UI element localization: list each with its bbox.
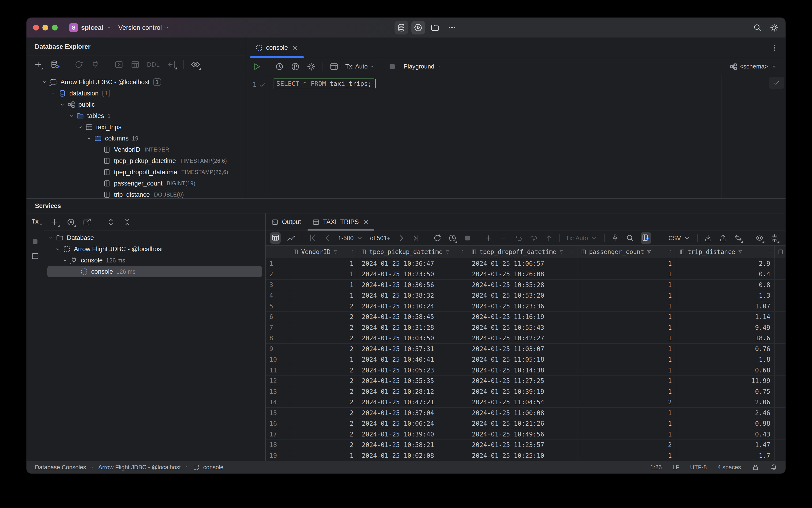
stop-process-icon[interactable] [31,237,39,246]
reload-data-icon[interactable] [433,234,442,243]
tree-item-vendorid[interactable]: VendorIDINTEGER [27,144,246,155]
grid-row[interactable]: 522024-01-25 10:10:242024-01-25 10:23:36… [266,301,785,312]
row-number-cell[interactable]: 6 [266,312,290,322]
grid-cell[interactable]: 2024-01-25 10:26:08 [468,269,578,280]
line-ending-indicator[interactable]: LF [673,464,679,471]
tree-item-tpep-pickup-datetime[interactable]: tpep_pickup_datetimeTIMESTAMP(26,6) [27,155,246,167]
first-page-icon[interactable] [308,234,317,243]
view-options-icon[interactable] [66,217,76,227]
tab-console[interactable]: console [250,38,304,58]
grid-cell[interactable]: 2 [290,429,358,439]
tab-options-kebab-icon[interactable] [770,43,779,52]
grid-cell[interactable]: 2 [578,397,676,408]
row-number-cell[interactable]: 18 [266,440,290,450]
grid-cell[interactable]: 2024-01-25 10:28:12 [358,386,468,397]
grid-cell[interactable]: 2024-01-25 10:38:32 [358,290,468,301]
grid-cell[interactable]: 1 [578,258,676,269]
row-number-cell[interactable]: 7 [266,322,290,333]
export-icon[interactable] [719,234,728,243]
grid-row[interactable]: 112024-01-25 10:36:472024-01-25 11:06:57… [266,258,785,269]
tx-mode-dropdown[interactable]: Tx: Auto [345,63,374,70]
filter-funnel-icon[interactable] [333,249,338,254]
grid-cell[interactable]: 2 [290,365,358,376]
grid-cell[interactable]: 2 [290,312,358,322]
grid-cell[interactable]: 2 [290,386,358,397]
column-header-rate[interactable]: Rate [775,246,785,258]
search-icon[interactable] [753,23,762,32]
grid-cell[interactable]: 1 [578,322,676,333]
chevron-down-icon[interactable] [62,257,68,263]
grid-cell[interactable]: 2 [290,333,358,344]
caret-position[interactable]: 1:26 [650,464,662,471]
version-control-widget[interactable]: Version control [119,17,169,38]
tree-item-console[interactable]: console126 ms [44,255,265,266]
grid-row[interactable]: 1422024-01-25 10:47:212024-01-25 11:04:5… [266,397,785,408]
grid-row[interactable]: 622024-01-25 10:58:452024-01-25 11:16:19… [266,312,785,323]
grid-cell[interactable]: 2024-01-25 10:10:24 [358,301,468,311]
grid-cell[interactable]: 1.07 [676,301,775,311]
sql-statement[interactable]: SELECT*FROMtaxi_trips; [274,78,374,89]
grid-cell[interactable] [775,290,785,301]
grid-cell[interactable] [775,322,785,333]
grid-cell[interactable]: 2024-01-25 10:39:40 [358,429,468,439]
grid-cell[interactable]: 2024-01-25 10:23:36 [468,301,578,311]
more-actions-button[interactable] [445,21,459,35]
ddl-button[interactable]: DDL [147,61,160,68]
project-widget[interactable]: S spiceai [69,17,111,38]
add-datasource-button[interactable] [34,60,43,69]
column-header-tpep_pickup_datetime[interactable]: tpep_pickup_datetime [358,246,468,258]
grid-cell[interactable]: 1 [290,450,358,461]
grid-cell[interactable]: 2.06 [676,397,775,408]
sort-icon[interactable] [668,249,673,254]
query-history-icon[interactable] [275,62,284,71]
row-number-cell[interactable]: 2 [266,269,290,280]
grid-cell[interactable]: 0.75 [676,386,775,397]
grid-cell[interactable]: 2 [290,418,358,429]
grid-cell[interactable]: 2024-01-25 11:00:08 [468,408,578,418]
grid-cell[interactable]: 2024-01-25 10:53:20 [468,290,578,301]
column-header-tpep_dropoff_datetime[interactable]: tpep_dropoff_datetime [468,246,578,258]
breadcrumb-item[interactable]: console [203,464,223,471]
chevron-down-icon[interactable] [68,113,74,119]
grid-cell[interactable]: 2024-01-25 10:14:38 [468,365,578,376]
maximize-window-button[interactable] [52,25,58,31]
grid-cell[interactable]: 1 [578,312,676,322]
sort-icon[interactable] [350,249,355,254]
grid-row[interactable]: 412024-01-25 10:38:322024-01-25 10:53:20… [266,290,785,301]
grid-cell[interactable]: 2024-01-25 11:03:07 [468,344,578,354]
row-number-cell[interactable]: 13 [266,386,290,397]
grid-cell[interactable]: 1.7 [676,450,775,461]
chevron-down-icon[interactable] [48,235,54,241]
grid-row[interactable]: 1222024-01-25 10:55:352024-01-25 11:27:2… [266,376,785,386]
grid-cell[interactable]: 2024-01-25 10:57:31 [358,344,468,354]
filter-funnel-icon[interactable] [738,249,743,254]
chevron-down-icon[interactable] [86,135,92,141]
code-line[interactable]: SELECT*FROMtaxi_trips; [274,78,375,89]
grid-cell[interactable]: 1 [578,301,676,311]
grid-cell[interactable]: 2024-01-25 10:58:21 [358,440,468,450]
grid-cell[interactable]: 1 [578,386,676,397]
page-size-dropdown[interactable]: 1-500 [338,234,364,243]
find-icon[interactable] [626,234,635,243]
grid-cell[interactable] [775,386,785,397]
grid-cell[interactable]: 2024-01-25 10:36:47 [358,258,468,269]
grid-cell[interactable]: 11.99 [676,376,775,386]
grid-cell[interactable] [775,365,785,376]
layout-panel-icon[interactable] [31,252,39,260]
grid-cell[interactable]: 0.43 [676,429,775,439]
tree-item-database[interactable]: Database [44,232,265,244]
last-page-icon[interactable] [412,234,420,243]
grid-row[interactable]: 1012024-01-25 10:40:412024-01-25 11:05:1… [266,354,785,365]
next-page-icon[interactable] [397,234,406,243]
filter-panel-button[interactable] [641,232,651,244]
datasource-properties-button[interactable] [50,59,60,70]
grid-cell[interactable]: 2024-01-25 10:39:19 [468,386,578,397]
pin-tab-icon[interactable] [611,234,620,243]
settings-gear-icon[interactable] [770,23,779,32]
grid-cell[interactable]: 2024-01-25 10:21:26 [468,418,578,429]
grid-cell[interactable]: 1 [578,418,676,429]
grid-cell[interactable]: 1 [578,376,676,386]
grid-cell[interactable]: 1 [578,290,676,301]
grid-row[interactable]: 1822024-01-25 10:58:212024-01-25 11:23:5… [266,440,785,451]
browse-tables-icon[interactable] [329,62,339,71]
